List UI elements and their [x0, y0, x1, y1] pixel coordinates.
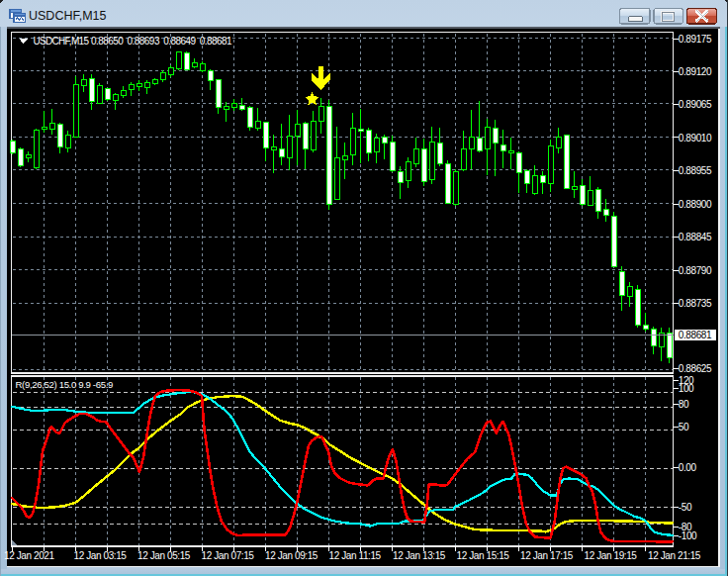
- svg-text:0.88649: 0.88649: [163, 36, 196, 47]
- svg-text:12 Jan 19:15: 12 Jan 19:15: [585, 550, 638, 561]
- svg-text:12 Jan 17:15: 12 Jan 17:15: [520, 550, 574, 561]
- svg-text:12 Jan 07:15: 12 Jan 07:15: [202, 550, 255, 561]
- svg-text:0.89120: 0.89120: [679, 66, 712, 77]
- svg-text:12 Jan 03:15: 12 Jan 03:15: [74, 550, 128, 561]
- svg-text:100: 100: [679, 383, 694, 394]
- svg-text:50: 50: [679, 422, 689, 432]
- svg-text:12 Jan 11:15: 12 Jan 11:15: [329, 550, 382, 561]
- svg-text:0.88650: 0.88650: [91, 36, 124, 47]
- svg-text:0.88735: 0.88735: [679, 298, 712, 309]
- svg-text:0.00: 0.00: [679, 462, 697, 473]
- svg-text:0.88900: 0.88900: [679, 199, 712, 210]
- svg-text:0.88681: 0.88681: [200, 36, 232, 47]
- svg-text:12 Jan 13:15: 12 Jan 13:15: [393, 550, 446, 561]
- svg-text:12 Jan 09:15: 12 Jan 09:15: [265, 550, 318, 561]
- svg-text:12 Jan 05:15: 12 Jan 05:15: [137, 550, 191, 561]
- svg-text:0.88955: 0.88955: [679, 165, 712, 176]
- svg-text:0.89010: 0.89010: [679, 133, 712, 144]
- svg-text:USDCHF,M15: USDCHF,M15: [29, 9, 107, 23]
- svg-text:0.88625: 0.88625: [679, 363, 712, 374]
- svg-text:0.88693: 0.88693: [128, 36, 160, 47]
- svg-text:0.88790: 0.88790: [679, 265, 712, 276]
- svg-text:0.88681: 0.88681: [679, 330, 712, 340]
- svg-text:-100: -100: [679, 530, 697, 541]
- svg-text:12 Jan 21:15: 12 Jan 21:15: [648, 550, 701, 561]
- svg-text:80: 80: [679, 399, 689, 410]
- svg-text:0.88845: 0.88845: [679, 232, 712, 242]
- svg-text:0.89175: 0.89175: [679, 34, 712, 45]
- svg-text:R(9,26,52) 15.0 9.9 -65.9: R(9,26,52) 15.0 9.9 -65.9: [16, 379, 113, 390]
- svg-text:12 Jan 15:15: 12 Jan 15:15: [457, 550, 510, 561]
- svg-text:USDCHF,M15: USDCHF,M15: [34, 36, 90, 47]
- svg-text:12 Jan 2021: 12 Jan 2021: [4, 550, 54, 561]
- svg-text:0.89065: 0.89065: [679, 99, 712, 110]
- svg-text:-50: -50: [679, 502, 692, 513]
